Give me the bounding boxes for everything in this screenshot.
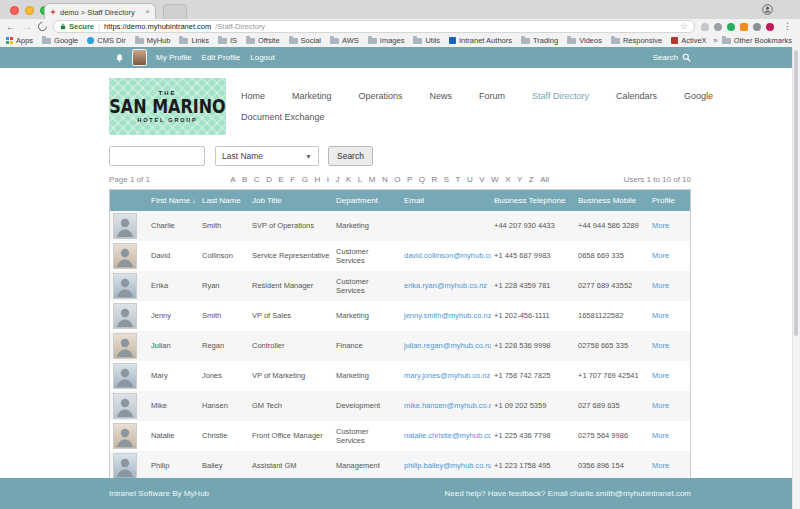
nav-item[interactable]: Marketing bbox=[292, 91, 332, 101]
nav-item[interactable]: Staff Directory bbox=[532, 91, 589, 101]
profile-icon[interactable] bbox=[762, 4, 773, 15]
bookmark-item[interactable]: ActiveX for Chrome… bbox=[671, 36, 709, 45]
letter-filter[interactable]: I bbox=[327, 175, 329, 184]
letter-filter[interactable]: A bbox=[230, 175, 235, 184]
search-button[interactable]: Search bbox=[328, 146, 373, 166]
letter-filter[interactable]: H bbox=[314, 175, 320, 184]
green-extension-icon[interactable] bbox=[727, 23, 735, 31]
avatar[interactable] bbox=[132, 49, 147, 66]
letter-filter[interactable]: J bbox=[335, 175, 339, 184]
letter-filter[interactable]: R bbox=[431, 175, 437, 184]
col-profile[interactable]: Profile bbox=[649, 196, 680, 205]
letter-filter[interactable]: Y bbox=[517, 175, 522, 184]
nav-item[interactable]: Forum bbox=[479, 91, 505, 101]
letter-filter[interactable]: W bbox=[491, 175, 499, 184]
letter-filter[interactable]: T bbox=[456, 175, 461, 184]
email-link[interactable]: natalie.christie@myhub.co.nz bbox=[404, 431, 491, 440]
letter-filter[interactable]: Z bbox=[529, 175, 534, 184]
letter-filter[interactable]: U bbox=[467, 175, 473, 184]
letter-filter[interactable]: E bbox=[278, 175, 283, 184]
bookmark-item[interactable]: Links bbox=[179, 36, 209, 45]
letter-filter[interactable]: G bbox=[302, 175, 308, 184]
letter-filter[interactable]: M bbox=[369, 175, 376, 184]
reload-icon[interactable] bbox=[36, 20, 49, 33]
cloud-extension-icon[interactable] bbox=[701, 23, 709, 31]
secure-badge[interactable]: Secure bbox=[60, 22, 94, 31]
col-department[interactable]: Department bbox=[333, 196, 401, 205]
bookmark-item[interactable]: Social bbox=[289, 36, 321, 45]
history-extension-icon[interactable] bbox=[714, 23, 722, 31]
bookmark-item[interactable]: Images bbox=[368, 36, 405, 45]
address-input[interactable]: Secure | https://demo.myhubintranet.com/… bbox=[53, 20, 695, 33]
email-link[interactable]: jenny.smith@myhub.co.nz bbox=[404, 311, 491, 320]
bookmark-item[interactable]: IS bbox=[218, 36, 237, 45]
bookmark-item[interactable]: Apps bbox=[6, 36, 33, 45]
nav-item[interactable]: Calendars bbox=[616, 91, 657, 101]
letter-filter[interactable]: N bbox=[382, 175, 388, 184]
browser-tab[interactable]: demo > Staff Directory × bbox=[44, 3, 156, 20]
email-link[interactable]: david.collinson@myhub.co.nz bbox=[404, 251, 491, 260]
bookmark-item[interactable]: Offsite bbox=[246, 36, 280, 45]
col-business-mobile[interactable]: Business Mobile bbox=[575, 196, 649, 205]
bookmark-item[interactable]: AWS bbox=[330, 36, 359, 45]
nav-item[interactable]: News bbox=[430, 91, 453, 101]
letter-filter[interactable]: L bbox=[358, 175, 362, 184]
bookmark-item[interactable]: Intranet Authors bbox=[449, 36, 512, 45]
email-link[interactable]: mary.jones@myhub.co.nz bbox=[404, 371, 490, 380]
letter-filter[interactable]: All bbox=[540, 175, 549, 184]
search-field-select[interactable]: Last Name ▼ bbox=[215, 146, 319, 166]
bookmark-item[interactable]: Google bbox=[42, 36, 78, 45]
more-link[interactable]: More bbox=[652, 431, 669, 440]
letter-filter[interactable]: K bbox=[346, 175, 351, 184]
logout-link[interactable]: Logout bbox=[250, 53, 274, 62]
site-search-button[interactable]: Search bbox=[653, 53, 691, 62]
email-link[interactable]: julian.regan@myhub.co.nz bbox=[404, 341, 491, 350]
bell-icon[interactable] bbox=[115, 53, 124, 63]
col-last-name[interactable]: Last Name bbox=[199, 196, 249, 205]
tab-close-icon[interactable]: × bbox=[145, 8, 150, 16]
email-link[interactable]: philip.bailey@myhub.co.nz bbox=[404, 461, 491, 470]
letter-filter[interactable]: S bbox=[444, 175, 449, 184]
nav-item[interactable]: Home bbox=[241, 91, 265, 101]
letter-filter[interactable]: Q bbox=[419, 175, 425, 184]
more-link[interactable]: More bbox=[652, 251, 669, 260]
col-first-name[interactable]: First Name ↓ bbox=[148, 196, 199, 205]
more-link[interactable]: More bbox=[652, 461, 669, 470]
more-link[interactable]: More bbox=[652, 341, 669, 350]
gear-extension-icon[interactable] bbox=[753, 23, 761, 31]
bookmark-item[interactable]: MyHub bbox=[135, 36, 171, 45]
more-link[interactable]: More bbox=[652, 401, 669, 410]
letter-filter[interactable]: V bbox=[479, 175, 484, 184]
more-link[interactable]: More bbox=[652, 311, 669, 320]
nav-item[interactable]: Operations bbox=[359, 91, 403, 101]
col-email[interactable]: Email bbox=[401, 196, 491, 205]
scrollbar-thumb[interactable] bbox=[794, 50, 798, 336]
letter-filter[interactable]: F bbox=[290, 175, 295, 184]
other-bookmarks-button[interactable]: Other Bookmarks bbox=[722, 36, 800, 45]
new-tab-button[interactable] bbox=[163, 4, 187, 19]
close-window-button[interactable] bbox=[10, 6, 19, 15]
bookmarks-overflow-icon[interactable]: » bbox=[709, 36, 721, 45]
bookmark-item[interactable]: Responsive bbox=[611, 36, 662, 45]
edit-profile-link[interactable]: Edit Profile bbox=[202, 53, 241, 62]
forward-icon[interactable]: → bbox=[22, 22, 32, 32]
magenta-extension-icon[interactable] bbox=[766, 23, 774, 31]
letter-filter[interactable]: D bbox=[266, 175, 272, 184]
col-job-title[interactable]: Job Title bbox=[249, 196, 333, 205]
letter-filter[interactable]: B bbox=[242, 175, 247, 184]
more-link[interactable]: More bbox=[652, 281, 669, 290]
my-profile-link[interactable]: My Profile bbox=[156, 53, 192, 62]
more-link[interactable]: More bbox=[652, 221, 669, 230]
back-icon[interactable]: ← bbox=[6, 22, 16, 32]
bookmark-item[interactable]: CMS Dir bbox=[87, 36, 125, 45]
orange-extension-icon[interactable] bbox=[740, 23, 748, 31]
col-business-telephone[interactable]: Business Telephone bbox=[491, 196, 575, 205]
more-link[interactable]: More bbox=[652, 371, 669, 380]
letter-filter[interactable]: X bbox=[505, 175, 510, 184]
nav-item-document-exchange[interactable]: Document Exchange bbox=[241, 112, 325, 122]
search-input[interactable] bbox=[109, 146, 205, 166]
bookmark-item[interactable]: Utils bbox=[413, 36, 440, 45]
menu-kebab-icon[interactable]: ⋮ bbox=[779, 22, 796, 31]
bookmark-star-icon[interactable]: ☆ bbox=[680, 22, 688, 31]
letter-filter[interactable]: O bbox=[394, 175, 400, 184]
